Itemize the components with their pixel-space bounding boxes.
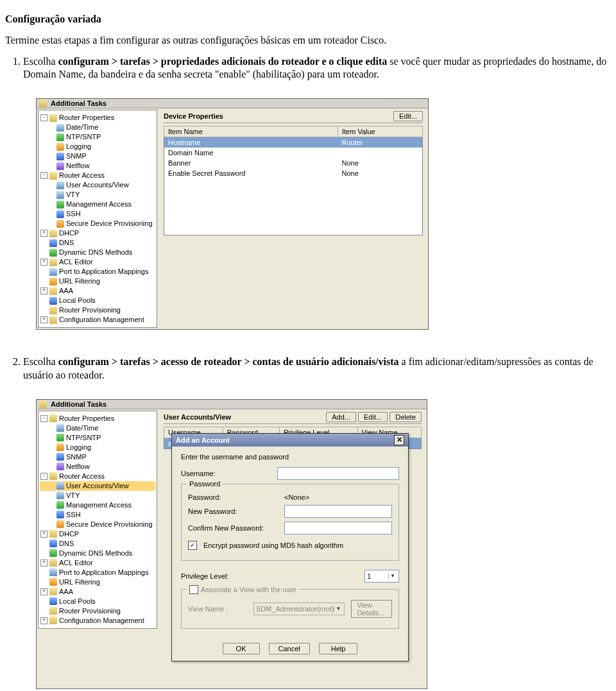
tree-item[interactable]: User Accounts/View bbox=[40, 481, 155, 491]
device-properties-table[interactable]: Item Name Item Value HostnameRouterDomai… bbox=[164, 126, 423, 235]
tree-item[interactable]: +ACL Editor bbox=[40, 257, 155, 267]
tree-item[interactable]: +AAA bbox=[40, 286, 155, 296]
tree-item[interactable]: Secure Device Provisioning bbox=[40, 219, 155, 228]
tree-item[interactable]: NTP/SNTP bbox=[40, 132, 155, 142]
tree-item[interactable]: -Router Properties bbox=[40, 414, 155, 423]
tree-node-icon bbox=[49, 549, 57, 557]
encrypt-checkbox[interactable]: ✓ bbox=[188, 541, 197, 550]
tree-item[interactable]: Date/Time bbox=[40, 423, 155, 433]
tree-item-label: Local Pools bbox=[59, 296, 96, 305]
new-password-label: New Password: bbox=[188, 508, 278, 515]
expand-icon[interactable]: + bbox=[40, 559, 47, 567]
tree-item[interactable]: Netflow bbox=[40, 462, 155, 472]
encrypt-label: Encrypt password using MD5 hash algorith… bbox=[203, 542, 343, 549]
tree-item[interactable]: -Router Access bbox=[40, 472, 155, 481]
tree-item[interactable]: +Configuration Management bbox=[40, 315, 155, 325]
expand-icon[interactable]: + bbox=[40, 259, 47, 266]
tree-item[interactable]: Logging bbox=[40, 443, 155, 452]
tree-item[interactable]: Router Provisioning bbox=[40, 305, 155, 315]
expand-icon[interactable]: + bbox=[40, 531, 47, 538]
tree-item[interactable]: Secure Device Provisioning bbox=[40, 520, 155, 529]
tree-item[interactable]: -Router Properties bbox=[40, 113, 155, 123]
tree-item[interactable]: DNS bbox=[40, 539, 155, 549]
tree-item[interactable]: SSH bbox=[40, 209, 155, 219]
privilege-level-select[interactable]: 1 ▼ bbox=[364, 570, 399, 583]
tree-item[interactable]: Management Access bbox=[40, 500, 155, 510]
edit-button[interactable]: Edit... bbox=[358, 412, 388, 422]
expand-icon[interactable]: + bbox=[40, 617, 47, 624]
tree-item-label: Secure Device Provisioning bbox=[66, 520, 153, 529]
tree-node-icon bbox=[56, 482, 64, 490]
tree-node-icon bbox=[49, 607, 57, 615]
expand-icon[interactable]: + bbox=[40, 230, 47, 237]
tree-item[interactable]: URL Filtering bbox=[40, 277, 155, 286]
ok-button[interactable]: OK bbox=[223, 643, 260, 654]
tree-node-icon bbox=[49, 230, 57, 237]
tree-item[interactable]: NTP/SNTP bbox=[40, 433, 155, 443]
password-current: <None> bbox=[284, 493, 309, 501]
tree-item[interactable]: Port to Application Mappings bbox=[40, 267, 155, 277]
expand-icon[interactable]: + bbox=[40, 287, 47, 294]
tree-item[interactable]: DNS bbox=[40, 238, 155, 248]
tree-item-label: ACL Editor bbox=[59, 558, 93, 568]
tree-node-icon bbox=[49, 259, 57, 266]
tree-item-label: Management Access bbox=[66, 500, 132, 510]
view-name-label: View Name : bbox=[188, 605, 247, 613]
tree-item[interactable]: Netflow bbox=[40, 161, 155, 171]
tree-item[interactable]: +ACL Editor bbox=[40, 558, 155, 568]
tree-item[interactable]: VTY bbox=[40, 491, 155, 500]
tree-item[interactable]: Date/Time bbox=[40, 123, 155, 132]
tree-item[interactable]: SSH bbox=[40, 510, 155, 520]
tree-item[interactable]: SNMP bbox=[40, 151, 155, 161]
tree-item[interactable]: Port to Application Mappings bbox=[40, 568, 155, 577]
table-row[interactable]: BannerNone bbox=[164, 158, 423, 168]
tree-item[interactable]: User Accounts/View bbox=[40, 180, 155, 190]
tree-item-label: User Accounts/View bbox=[66, 481, 129, 491]
tree-node-icon bbox=[49, 287, 57, 295]
collapse-icon[interactable]: - bbox=[40, 415, 47, 422]
tree-item-label: NTP/SNTP bbox=[66, 433, 101, 443]
collapse-icon[interactable]: - bbox=[40, 473, 47, 480]
tree-item[interactable]: Local Pools bbox=[40, 597, 155, 606]
tree-item[interactable]: +DHCP bbox=[40, 529, 155, 539]
tree-item[interactable]: -Router Access bbox=[40, 171, 155, 180]
table-row[interactable]: Domain Name bbox=[164, 148, 423, 158]
confirm-password-input[interactable] bbox=[284, 522, 392, 534]
tree-item-label: Logging bbox=[66, 142, 91, 151]
username-input[interactable] bbox=[277, 467, 399, 480]
nav-tree[interactable]: -Router PropertiesDate/TimeNTP/SNTPLoggi… bbox=[38, 411, 157, 629]
add-button[interactable]: Add... bbox=[326, 412, 356, 422]
tree-item-label: Netflow bbox=[66, 161, 90, 171]
associate-view-checkbox[interactable] bbox=[189, 585, 198, 594]
tree-node-icon bbox=[49, 278, 57, 286]
delete-button[interactable]: Delete bbox=[389, 412, 422, 422]
expand-icon[interactable]: + bbox=[40, 316, 47, 323]
tree-item[interactable]: Dynamic DNS Methods bbox=[40, 248, 155, 257]
tree-item[interactable]: Management Access bbox=[40, 200, 155, 209]
edit-button[interactable]: Edit... bbox=[393, 111, 423, 121]
new-password-input[interactable] bbox=[284, 505, 392, 518]
table-row[interactable]: HostnameRouter bbox=[164, 137, 423, 148]
tree-item[interactable]: +Configuration Management bbox=[40, 616, 155, 626]
close-icon[interactable]: ✕ bbox=[394, 435, 404, 445]
tree-item[interactable]: Local Pools bbox=[40, 296, 155, 305]
tree-item[interactable]: Logging bbox=[40, 142, 155, 151]
tree-item[interactable]: Dynamic DNS Methods bbox=[40, 549, 155, 558]
tree-node-icon bbox=[49, 172, 57, 180]
tree-node-icon bbox=[56, 501, 64, 509]
tree-item[interactable]: SNMP bbox=[40, 452, 155, 462]
tree-item[interactable]: URL Filtering bbox=[40, 577, 155, 587]
help-button[interactable]: Help bbox=[319, 643, 358, 654]
expand-icon[interactable]: + bbox=[40, 588, 47, 595]
tree-item[interactable]: +DHCP bbox=[40, 228, 155, 238]
tree-node-icon bbox=[49, 578, 57, 586]
tree-item[interactable]: +AAA bbox=[40, 587, 155, 597]
tree-node-icon bbox=[56, 424, 64, 432]
tree-item[interactable]: VTY bbox=[40, 190, 155, 200]
cancel-button[interactable]: Cancel bbox=[269, 643, 310, 654]
nav-tree[interactable]: -Router PropertiesDate/TimeNTP/SNTPLoggi… bbox=[38, 110, 157, 328]
tree-item[interactable]: Router Provisioning bbox=[40, 606, 155, 616]
collapse-icon[interactable]: - bbox=[40, 172, 47, 179]
table-row[interactable]: Enable Secret PasswordNone bbox=[164, 168, 423, 178]
collapse-icon[interactable]: - bbox=[40, 114, 47, 121]
